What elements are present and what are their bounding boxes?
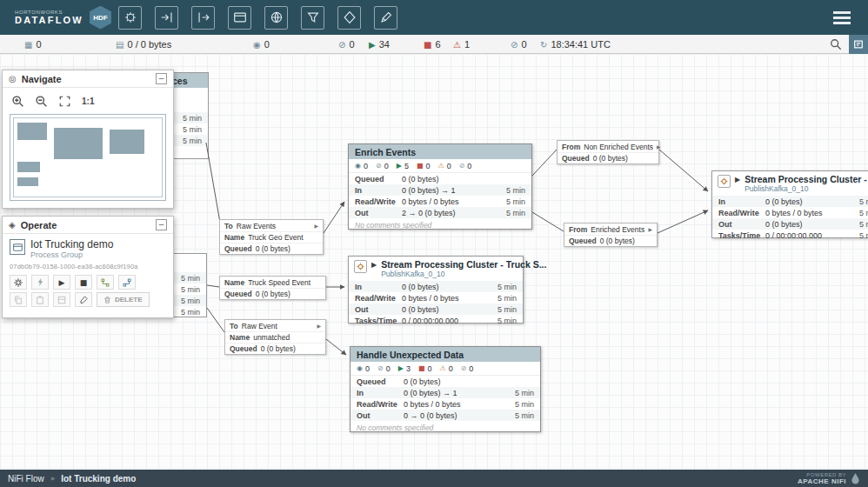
copy-icon[interactable] <box>10 292 27 307</box>
active-threads-status: ▦ 0 <box>24 35 42 54</box>
enable-icon[interactable] <box>31 275 49 290</box>
breadcrumb-bar: NiFi Flow » Iot Trucking demo POWERED BY… <box>0 470 868 487</box>
process-group-tool-icon[interactable] <box>228 6 251 30</box>
version-control-icon[interactable] <box>97 275 114 290</box>
funnel-tool-icon[interactable] <box>301 6 324 30</box>
processor-tool-icon[interactable] <box>118 6 142 30</box>
transmitting-icon: ◉ <box>355 162 361 170</box>
disabled-icon: ⊘ <box>459 162 465 170</box>
expand-connection-icon[interactable]: ▶ <box>317 323 321 329</box>
connection-label-truck-speed[interactable]: NameTruck Speed Event Queued0 (0 bytes) <box>219 276 326 300</box>
hdf-badge: HDF <box>90 6 111 30</box>
flow-version-icon[interactable] <box>118 275 136 290</box>
zoom-actual-size-button[interactable]: 1:1 <box>82 97 94 106</box>
navigate-title: Navigate <box>22 74 156 84</box>
label-tool-icon[interactable] <box>374 6 397 30</box>
collapse-operate-icon[interactable]: − <box>156 219 167 230</box>
disabled-icon: ⊘ <box>511 40 517 50</box>
zoom-out-icon[interactable] <box>35 93 48 109</box>
group-comment: No comments specified <box>351 421 540 434</box>
expand-connection-icon[interactable]: ▶ <box>314 223 318 229</box>
stat-window: 5 min <box>183 125 202 134</box>
running-status: ▶ 34 <box>369 35 390 54</box>
minimap-component <box>17 162 40 172</box>
remote-process-group-tool-icon[interactable] <box>264 6 288 30</box>
transmitting-status: ◉ 0 <box>253 35 270 54</box>
queued-status: ▤ 0 / 0 bytes <box>116 35 171 54</box>
breadcrumb-separator: » <box>50 474 56 483</box>
processor-icon <box>354 260 367 273</box>
selected-component-id: 07db0b79-0158-1000-ea36-ac608c9f190a <box>3 260 173 271</box>
stat-window: 5 min <box>183 137 202 145</box>
stop-icon[interactable]: ■ <box>75 275 92 290</box>
processor-title: Stream Processing Cluster - Truck E... <box>744 175 868 184</box>
paste-icon[interactable] <box>31 292 49 307</box>
connection-label-enriched[interactable]: FromEnriched Events▶ Queued0 (0 bytes) <box>564 223 658 247</box>
connection-label-raw-events[interactable]: ToRaw Events▶ NameTruck Geo Event Queued… <box>219 219 324 255</box>
start-icon[interactable]: ▶ <box>53 275 70 290</box>
stat-window: 5 min <box>181 308 200 317</box>
run-status-icon: ▶ <box>371 261 377 269</box>
global-menu-icon[interactable] <box>830 8 854 28</box>
brand-line2: DATAFLOW <box>15 15 83 25</box>
template-tool-icon[interactable] <box>337 6 361 30</box>
invalid-icon: ⚠ <box>439 364 445 372</box>
search-icon[interactable] <box>830 38 842 50</box>
processor-title: Stream Processing Cluster - Truck S... <box>381 260 546 270</box>
running-icon: ▶ <box>397 162 402 170</box>
color-icon[interactable] <box>75 292 92 307</box>
nifi-drop-icon <box>851 472 860 484</box>
breadcrumb-root[interactable]: NiFi Flow <box>8 474 44 484</box>
bulletin-panel-toggle-icon[interactable] <box>849 35 868 54</box>
truck-s-processor[interactable]: ▶ Stream Processing Cluster - Truck S...… <box>348 256 524 324</box>
handle-unexpected-data-group[interactable]: Handle Unexpected Data ◉0 ⊘0 ▶3 ■0 ⚠0 ⊘0… <box>350 346 541 432</box>
nifi-app: HORTONWORKS DATAFLOW HDF ▦ 0 ▤ 0 / 0 byt… <box>0 0 868 487</box>
threads-icon: ▦ <box>24 40 32 50</box>
stat-window: 5 min <box>181 297 200 305</box>
input-port-tool-icon[interactable] <box>155 6 178 30</box>
stopped-icon: ■ <box>424 40 431 50</box>
connection-label-non-enriched[interactable]: FromNon Enriched Events▶ Queued0 (0 byte… <box>557 140 659 164</box>
hortonworks-logo: HORTONWORKS DATAFLOW HDF <box>9 6 106 30</box>
configuration-icon[interactable] <box>10 275 27 290</box>
group-title: Handle Unexpected Data <box>351 347 540 362</box>
not-transmitting-icon: ⊘ <box>376 162 382 170</box>
stopped-status: ■ 6 <box>424 35 441 54</box>
disabled-icon: ⊘ <box>461 364 467 372</box>
stopped-icon: ■ <box>418 364 425 372</box>
delete-button[interactable]: DELETE <box>97 292 150 307</box>
stat-window: 5 min <box>183 114 202 123</box>
birdseye-minimap[interactable] <box>10 114 166 201</box>
stopped-icon: ■ <box>417 162 424 170</box>
stat-window: 5 min <box>181 274 200 283</box>
minimap-component <box>17 177 38 186</box>
transmitting-icon: ◉ <box>357 364 363 372</box>
not-transmitting-icon: ⊘ <box>377 364 384 372</box>
processor-icon <box>718 175 731 188</box>
running-icon: ▶ <box>398 364 404 372</box>
stat-window: 5 min <box>181 285 200 294</box>
invalid-status: ⚠ 1 <box>453 35 470 54</box>
group-icon[interactable] <box>53 292 70 307</box>
not-transmitting-status: ⊘ 0 <box>338 35 355 54</box>
navigate-icon: ◎ <box>9 74 17 83</box>
connection-label-raw-event[interactable]: ToRaw Event▶ Nameunmatched Queued0 (0 by… <box>224 319 326 355</box>
truck-e-processor[interactable]: ▶ Stream Processing Cluster - Truck E...… <box>711 170 868 238</box>
enrich-events-group[interactable]: Enrich Events ◉0 ⊘0 ▶5 ■0 ⚠0 ⊘0 Queued0 … <box>348 143 532 230</box>
zoom-fit-icon[interactable] <box>58 93 71 109</box>
powered-by: POWERED BY APACHE NIFI <box>798 472 860 485</box>
expand-connection-icon[interactable]: ▶ <box>657 143 661 150</box>
refresh-status[interactable]: ↻ 18:34:41 UTC <box>540 35 611 54</box>
group-comment: No comments specified <box>349 218 531 231</box>
status-bar: ▦ 0 ▤ 0 / 0 bytes ◉ 0 ⊘ 0 ▶ 34 ■ 6 ⚠ 1 ⊘ <box>0 35 868 54</box>
not-transmitting-icon: ⊘ <box>338 40 345 50</box>
component-toolbar <box>118 6 397 30</box>
minimap-component <box>17 123 47 140</box>
output-port-tool-icon[interactable] <box>191 6 215 30</box>
refresh-icon[interactable]: ↻ <box>540 40 547 50</box>
invalid-icon: ⚠ <box>453 40 461 50</box>
expand-connection-icon[interactable]: ▶ <box>648 226 652 232</box>
breadcrumb-current[interactable]: Iot Trucking demo <box>61 474 136 484</box>
collapse-navigate-icon[interactable]: − <box>156 73 167 84</box>
zoom-in-icon[interactable] <box>11 93 24 109</box>
